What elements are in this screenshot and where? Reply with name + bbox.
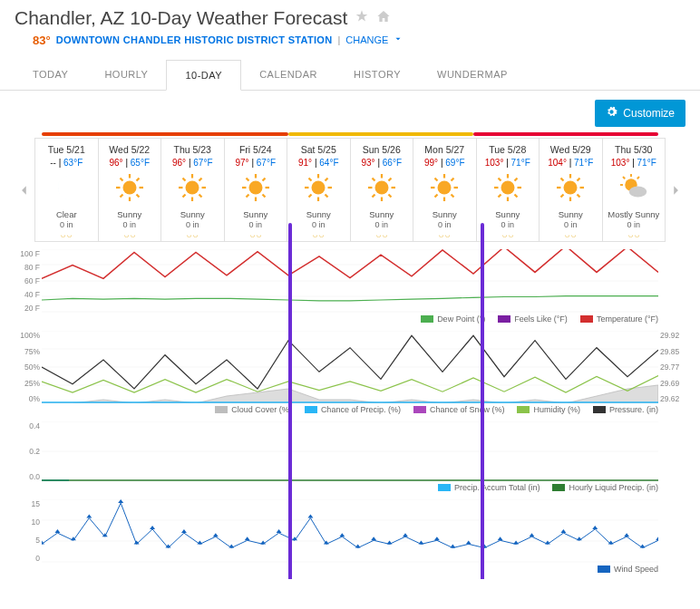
legend-item: Dew Point (°): [421, 314, 485, 324]
day-lo: 67°F: [193, 158, 212, 168]
svg-point-54: [501, 181, 514, 195]
svg-line-60: [514, 195, 517, 198]
svg-line-16: [183, 195, 186, 198]
tab-today[interactable]: TODAY: [15, 60, 86, 90]
svg-line-53: [452, 179, 454, 181]
svg-line-68: [561, 179, 564, 181]
svg-line-69: [578, 195, 580, 198]
moon-icon: [15, 33, 27, 47]
day-date: Wed 5/29: [541, 144, 600, 155]
day-card[interactable]: Tue 5/28 103° | 71°F Sunny 0 in ◡ ◡: [477, 138, 540, 242]
svg-line-50: [435, 179, 438, 181]
day-precip: 0 in: [353, 220, 412, 229]
svg-line-17: [199, 179, 202, 181]
day-lo: 67°F: [257, 158, 276, 168]
home-icon[interactable]: [376, 9, 391, 27]
day-card[interactable]: Fri 5/24 97° | 67°F Sunny 0 in ◡ ◡: [225, 138, 288, 242]
day-precip: 0 in: [37, 220, 96, 229]
humidity-chart: 100%75%50%25%0% 29.9229.8529.7729.6929.6…: [42, 331, 658, 403]
svg-point-27: [312, 181, 326, 195]
day-card[interactable]: Sun 5/26 93° | 66°F Sunny 0 in ◡ ◡: [351, 138, 414, 242]
day-card[interactable]: Wed 5/29 104° | 71°F Sunny 0 in ◡ ◡: [540, 138, 603, 242]
day-date: Sun 5/26: [353, 144, 412, 155]
tab-wundermap[interactable]: WUNDERMAP: [419, 60, 526, 90]
tab-history[interactable]: HISTORY: [335, 60, 419, 90]
day-lo: 63°F: [63, 158, 83, 168]
station-link[interactable]: DOWNTOWN CHANDLER HISTORIC DISTRICT STAT…: [56, 34, 333, 45]
customize-button[interactable]: Customize: [595, 100, 685, 127]
svg-line-26: [262, 179, 265, 181]
svg-point-77: [629, 187, 647, 198]
svg-line-35: [326, 179, 328, 181]
day-card[interactable]: Sat 5/25 91° | 64°F Sunny 0 in ◡ ◡: [287, 138, 351, 242]
day-date: Thu 5/23: [163, 144, 222, 155]
svg-line-32: [309, 179, 312, 181]
day-precip: 0 in: [163, 220, 222, 229]
day-precip: 0 in: [605, 220, 664, 229]
svg-line-7: [120, 195, 122, 198]
day-condition: Sunny: [479, 209, 538, 219]
legend-item: Wind Speed: [598, 565, 658, 574]
day-lo: 71°F: [574, 158, 593, 168]
next-arrow[interactable]: [666, 180, 685, 200]
day-hi: 103°: [611, 158, 630, 168]
day-hi: 104°: [548, 158, 567, 168]
svg-line-51: [452, 195, 454, 198]
sun-icon: [101, 171, 160, 206]
day-carousel: Tue 5/21 -- | 63°F Clear 0 in ◡ ◡ Wed 5/…: [15, 138, 685, 242]
svg-point-63: [564, 181, 578, 195]
svg-line-23: [246, 179, 248, 181]
day-card[interactable]: Wed 5/22 96° | 65°F Sunny 0 in ◡ ◡: [99, 138, 162, 242]
day-precip: 0 in: [415, 220, 474, 229]
legend-temp: Dew Point (°)Feels Like (°F)Temperature …: [42, 314, 658, 324]
day-card[interactable]: Tue 5/21 -- | 63°F Clear 0 in ◡ ◡: [34, 138, 99, 242]
legend-precip: Precip. Accum Total (in)Hourly Liquid Pr…: [42, 483, 658, 492]
prev-arrow[interactable]: [15, 180, 34, 200]
day-date: Mon 5/27: [415, 144, 474, 155]
day-condition: Clear: [37, 209, 96, 219]
day-hi: 97°: [235, 158, 248, 168]
legend-item: Chance of Precip. (%): [305, 405, 401, 414]
svg-line-6: [136, 195, 139, 198]
moon-icon: [37, 171, 96, 206]
favorite-star-icon[interactable]: [355, 9, 369, 27]
legend-item: Humidity (%): [517, 405, 580, 414]
tab-calendar[interactable]: CALENDAR: [241, 60, 335, 90]
chevron-down-icon[interactable]: [394, 34, 403, 45]
day-card[interactable]: Thu 5/30 103° | 71°F Mostly Sunny 0 in ◡…: [603, 138, 666, 242]
day-date: Sat 5/25: [289, 144, 348, 155]
change-station-link[interactable]: CHANGE: [345, 34, 388, 45]
day-lo: 71°F: [511, 158, 530, 168]
day-precip: 0 in: [101, 220, 160, 229]
annotation-overlay: [42, 132, 658, 136]
svg-point-36: [374, 181, 388, 195]
svg-point-18: [248, 181, 262, 195]
legend-item: Hourly Liquid Precip. (in): [552, 483, 658, 492]
day-card[interactable]: Thu 5/23 96° | 67°F Sunny 0 in ◡ ◡: [161, 138, 225, 242]
day-date: Thu 5/30: [605, 144, 664, 155]
page-title: Chandler, AZ 10-Day Weather Forecast: [15, 7, 347, 29]
legend-item: Feels Like (°F): [498, 314, 568, 324]
tab-hourly[interactable]: HOURLY: [86, 60, 166, 90]
svg-point-45: [438, 181, 452, 195]
tab-10day[interactable]: 10-DAY: [166, 60, 241, 91]
svg-line-42: [388, 195, 391, 198]
day-lo: 65°F: [131, 158, 150, 168]
svg-line-41: [372, 179, 374, 181]
day-hi: 96°: [109, 158, 122, 168]
legend-item: Cloud Cover (%): [215, 405, 292, 414]
svg-line-5: [120, 179, 122, 181]
page-header: Chandler, AZ 10-Day Weather Forecast 83°…: [0, 0, 700, 51]
legend-wind: Wind Speed: [42, 565, 658, 574]
svg-point-0: [122, 181, 136, 195]
day-precip: 0 in: [227, 220, 286, 229]
day-precip: 0 in: [479, 220, 538, 229]
precip-chart: 0.40.20.0: [42, 421, 658, 481]
temperature-chart: 100 F80 F60 F40 F20 F: [42, 249, 658, 313]
svg-line-70: [561, 195, 564, 198]
day-lo: 71°F: [637, 158, 656, 168]
day-card[interactable]: Mon 5/27 99° | 69°F Sunny 0 in ◡ ◡: [413, 138, 477, 242]
day-hi: --: [50, 158, 56, 168]
svg-line-15: [199, 195, 202, 198]
forecast-content: Customize Tue 5/21 -- | 63°F Clear 0 in …: [0, 91, 700, 574]
